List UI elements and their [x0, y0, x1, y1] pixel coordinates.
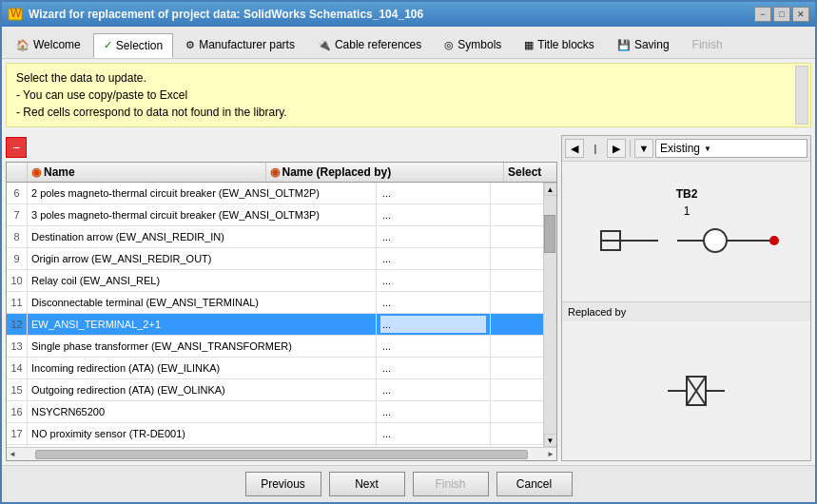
- row-replaced[interactable]: [377, 358, 491, 378]
- row-select: [491, 183, 543, 204]
- row-select: [491, 292, 543, 313]
- row-replaced-input[interactable]: [380, 184, 486, 202]
- saving-icon: 💾: [617, 39, 631, 51]
- table-row[interactable]: 14 Incoming redirection (ATA) (EW_ILINKA…: [7, 358, 543, 379]
- row-replaced[interactable]: [377, 336, 491, 357]
- table-row[interactable]: 16 NSYCRN65200: [7, 401, 543, 423]
- tab-cable-references[interactable]: 🔌 Cable references: [307, 32, 432, 57]
- row-replaced[interactable]: [377, 292, 491, 313]
- row-num: 6: [7, 183, 28, 204]
- row-name: NO proximity sensor (TR-DE001): [28, 423, 377, 444]
- content-area: − ◉ Name ◉ Name (Replaced by) Select: [2, 131, 815, 465]
- row-replaced-input[interactable]: [380, 359, 486, 377]
- header-replaced-icon: ◉: [270, 165, 280, 179]
- table-row[interactable]: 6 2 poles magneto-thermal circuit breake…: [7, 183, 543, 204]
- hscroll-right-arrow[interactable]: ►: [547, 450, 554, 458]
- row-select: [491, 423, 543, 444]
- tab-title-blocks[interactable]: ▦ Title blocks: [514, 32, 605, 57]
- nav-fwd-button[interactable]: ▶: [607, 139, 626, 158]
- replaced-symbol-svg: [601, 348, 772, 434]
- window-controls: − □ ✕: [754, 7, 809, 22]
- row-name: Incoming redirection (ATA) (EW_ILINKA): [28, 358, 377, 378]
- tab-manufacturer-parts[interactable]: ⚙ Manufacturer parts: [175, 32, 305, 57]
- row-replaced[interactable]: [377, 423, 491, 444]
- row-replaced[interactable]: [377, 314, 491, 335]
- table-row[interactable]: 17 NO proximity sensor (TR-DE001): [7, 423, 543, 445]
- table-row[interactable]: 11 Disconnectable terminal (EW_ANSI_TERM…: [7, 292, 543, 314]
- info-scrollbar[interactable]: [795, 66, 808, 125]
- scroll-down-arrow[interactable]: ▼: [544, 434, 557, 447]
- tab-symbols[interactable]: ◎ Symbols: [434, 32, 512, 57]
- hscroll-thumb[interactable]: [35, 450, 528, 459]
- row-replaced[interactable]: [377, 248, 491, 269]
- table-row[interactable]: 9 Origin arrow (EW_ANSI_REDIR_OUT): [7, 248, 543, 270]
- maximize-button[interactable]: □: [773, 7, 790, 22]
- row-replaced-input[interactable]: [380, 381, 486, 398]
- row-num: 17: [7, 423, 28, 444]
- row-replaced[interactable]: [377, 379, 491, 400]
- row-replaced[interactable]: [377, 270, 491, 291]
- row-replaced[interactable]: [377, 226, 491, 247]
- header-name: ◉ Name: [28, 163, 266, 182]
- row-replaced-input[interactable]: [380, 250, 486, 267]
- table-row[interactable]: 15 Outgoing redirection (ATA) (EW_OLINKA…: [7, 379, 543, 401]
- toolbar-separator: [630, 140, 631, 157]
- nav-back-button[interactable]: ◀: [565, 139, 584, 158]
- svg-point-7: [704, 229, 727, 252]
- tab-selection[interactable]: ✓ Selection: [93, 33, 173, 58]
- row-name: Origin arrow (EW_ANSI_REDIR_OUT): [28, 248, 377, 269]
- table-row[interactable]: 8 Destination arrow (EW_ANSI_REDIR_IN): [7, 226, 543, 248]
- table-scroll[interactable]: 6 2 poles magneto-thermal circuit breake…: [7, 183, 543, 447]
- row-num: 10: [7, 270, 28, 291]
- existing-preview-area: TB2 1: [562, 162, 810, 301]
- table-row[interactable]: 10 Relay coil (EW_ANSI_REL): [7, 270, 543, 292]
- row-num: 8: [7, 226, 28, 247]
- info-line2: - You can use copy/paste to Excel: [16, 87, 801, 104]
- svg-point-8: [769, 236, 779, 245]
- minimize-button[interactable]: −: [754, 7, 771, 22]
- table-row[interactable]: 12 EW_ANSI_TERMINAL_2+1: [7, 314, 543, 336]
- scroll-track[interactable]: [544, 196, 557, 434]
- next-button[interactable]: Next: [329, 472, 405, 496]
- tab-finish: Finish: [682, 32, 733, 57]
- replaced-by-label: Replaced by: [562, 301, 810, 321]
- cancel-button[interactable]: Cancel: [496, 472, 573, 496]
- view-dropdown[interactable]: Existing ▼: [655, 139, 807, 158]
- row-replaced-input[interactable]: [380, 206, 486, 223]
- close-button[interactable]: ✕: [792, 7, 809, 22]
- row-replaced-input[interactable]: [380, 316, 486, 333]
- horizontal-scrollbar[interactable]: ◄ ►: [7, 447, 556, 460]
- previous-button[interactable]: Previous: [245, 472, 321, 496]
- table-row[interactable]: 7 3 poles magneto-thermal circuit breake…: [7, 204, 543, 226]
- tab-welcome[interactable]: 🏠 Welcome: [6, 32, 91, 57]
- row-replaced-input[interactable]: [380, 338, 486, 355]
- row-name: Disconnectable terminal (EW_ANSI_TERMINA…: [28, 292, 377, 313]
- row-replaced[interactable]: [377, 401, 491, 422]
- row-select: [491, 336, 543, 357]
- delete-button[interactable]: −: [6, 137, 27, 158]
- scroll-up-arrow[interactable]: ▲: [544, 183, 557, 196]
- row-num: 11: [7, 292, 28, 313]
- svg-text:TB2: TB2: [675, 187, 697, 201]
- row-name: Relay coil (EW_ANSI_REL): [28, 270, 377, 291]
- row-replaced-input[interactable]: [380, 294, 486, 311]
- row-name: Destination arrow (EW_ANSI_REDIR_IN): [28, 226, 377, 247]
- header-num: [7, 163, 28, 182]
- row-replaced-input[interactable]: [380, 425, 486, 442]
- row-replaced-input[interactable]: [380, 228, 486, 245]
- scroll-thumb[interactable]: [544, 215, 555, 253]
- symbols-table: ◉ Name ◉ Name (Replaced by) Select: [6, 162, 557, 461]
- welcome-icon: 🏠: [16, 39, 29, 51]
- row-replaced-input[interactable]: [380, 272, 486, 289]
- hscroll-left-arrow[interactable]: ◄: [9, 450, 16, 458]
- dropdown-arrow-btn[interactable]: ▼: [634, 139, 653, 158]
- table-row[interactable]: 13 Single phase transformer (EW_ANSI_TRA…: [7, 336, 543, 358]
- tab-saving[interactable]: 💾 Saving: [607, 32, 680, 57]
- selection-icon: ✓: [104, 39, 112, 51]
- row-replaced[interactable]: [377, 183, 491, 204]
- row-replaced-input[interactable]: [380, 403, 486, 420]
- vertical-scrollbar[interactable]: ▲ ▼: [543, 183, 556, 447]
- window-title: Wizard for replacement of project data: …: [29, 8, 754, 21]
- replaced-preview-area: [562, 321, 810, 461]
- row-replaced[interactable]: [377, 204, 491, 225]
